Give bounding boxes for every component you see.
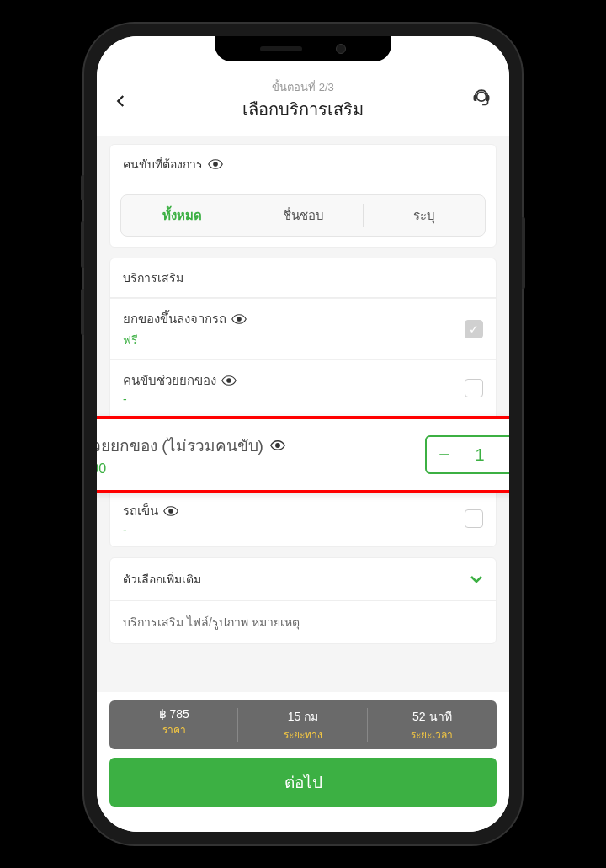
checkbox-loading[interactable]: ✓	[465, 320, 483, 338]
step-indicator: ขั้นตอนที่ 2/3	[139, 78, 467, 96]
helper-label: ผู้ช่วยยกของ (ไม่รวมคนขับ)	[97, 433, 263, 458]
footer: ฿ 785 ราคา 15 กม ระยะทาง 52 นาที ระยะเวล…	[97, 692, 509, 832]
checkbox-driver-help[interactable]	[465, 379, 483, 397]
support-icon[interactable]	[467, 88, 492, 114]
segment-specify[interactable]: ระบุ	[364, 195, 485, 236]
checkbox-cart[interactable]	[465, 509, 483, 528]
driver-preference-card: คนขับที่ต้องการ ทั้งหมด ชื่นชอบ ระบุ	[109, 144, 497, 248]
quantity-stepper: − 1 +	[425, 435, 509, 474]
summary-price-label: ราคา	[114, 722, 234, 738]
stepper-value: 1	[462, 445, 497, 465]
eye-icon	[221, 375, 237, 386]
service-row-cart: รถเข็น -	[110, 490, 496, 546]
stepper-plus[interactable]: +	[497, 437, 509, 472]
next-button[interactable]: ต่อไป	[109, 758, 497, 807]
svg-point-2	[237, 317, 242, 322]
service-row-driver-help: คนขับช่วยยกของ -	[110, 359, 496, 416]
summary-bar: ฿ 785 ราคา 15 กม ระยะทาง 52 นาที ระยะเวล…	[109, 700, 497, 749]
more-options-body: บริการเสริม ไฟล์/รูปภาพ หมายเหตุ	[110, 601, 496, 643]
more-options-card: ตัวเลือกเพิ่มเติม บริการเสริม ไฟล์/รูปภา…	[109, 557, 497, 644]
service-row-loading: ยกของขึ้นลงจากรถ ฟรี ✓	[110, 298, 496, 359]
segment-favorite[interactable]: ชื่นชอบ	[242, 195, 364, 236]
eye-icon	[163, 505, 178, 517]
service-price: -	[123, 392, 465, 406]
summary-price-value: ฿ 785	[114, 707, 234, 721]
services-card: บริการเสริม ยกของขึ้นลงจากรถ ฟรี ✓	[109, 258, 497, 547]
eye-icon	[231, 313, 247, 325]
segment-all[interactable]: ทั้งหมด	[121, 195, 242, 236]
more-options-toggle[interactable]: ตัวเลือกเพิ่มเติม	[110, 558, 496, 601]
page-title: เลือกบริการเสริม	[139, 96, 467, 123]
summary-duration-label: ระยะเวลา	[372, 727, 492, 743]
service-label: รถเข็น	[123, 501, 158, 521]
svg-point-3	[227, 379, 231, 383]
service-label: ยกของขึ้นลงจากรถ	[123, 309, 226, 329]
helper-service-highlight: ผู้ช่วยยกของ (ไม่รวมคนขับ) ฿ 300 − 1 +	[97, 416, 509, 493]
svg-point-5	[169, 509, 173, 514]
service-price: -	[123, 523, 465, 536]
svg-point-1	[214, 162, 218, 167]
eye-icon	[208, 158, 223, 170]
stepper-minus[interactable]: −	[427, 437, 462, 472]
summary-duration-value: 52 นาที	[372, 707, 492, 726]
chevron-down-icon	[470, 572, 483, 586]
service-label: คนขับช่วยยกของ	[123, 370, 216, 391]
svg-point-0	[477, 92, 486, 101]
driver-segment: ทั้งหมด ชื่นชอบ ระบุ	[120, 194, 486, 237]
services-title: บริการเสริม	[123, 269, 183, 287]
more-options-title: ตัวเลือกเพิ่มเติม	[123, 570, 201, 588]
svg-point-4	[276, 444, 280, 448]
helper-price: ฿ 300	[97, 461, 425, 477]
back-button[interactable]	[114, 88, 139, 114]
driver-section-title: คนขับที่ต้องการ	[123, 155, 203, 173]
summary-distance-value: 15 กม	[242, 707, 363, 726]
service-price: ฟรี	[123, 331, 465, 349]
eye-icon	[270, 439, 285, 451]
summary-distance-label: ระยะทาง	[242, 727, 363, 743]
